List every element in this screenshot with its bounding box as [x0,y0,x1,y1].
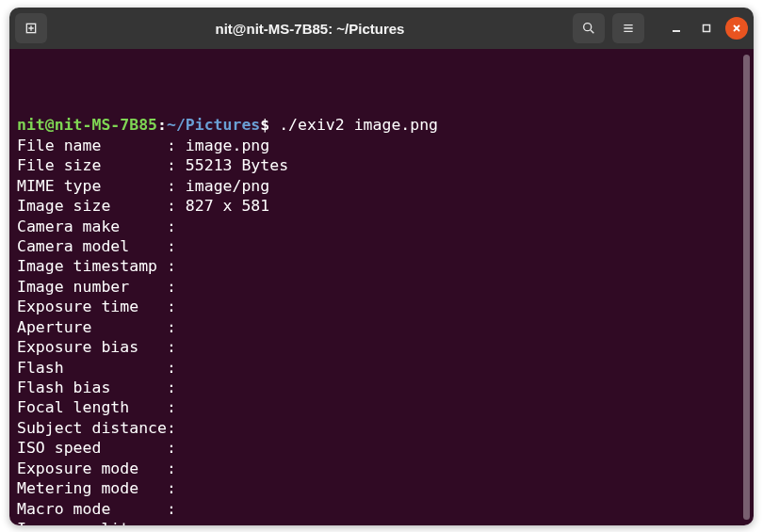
output-separator: : [167,298,186,315]
output-separator: : [167,520,186,525]
output-label: Flash [17,359,167,377]
output-value: 827 x 581 [186,197,269,215]
output-label: Subject distance [17,419,167,437]
window-title: nit@nit-MS-7B85: ~/Pictures [216,21,405,37]
output-separator: : [167,359,186,377]
output-line: Camera model : [17,236,754,256]
output-label: Image size [17,197,167,215]
output-label: Camera make [17,218,167,235]
output-line: Subject distance: [17,418,754,438]
output-line: Camera make : [17,217,754,236]
output-label: Exposure time [17,298,167,315]
output-label: Image quality [17,520,167,525]
close-button[interactable] [725,17,748,40]
output-label: Exposure bias [17,338,167,356]
output-label: Aperture [17,318,167,336]
output-separator: : [167,379,186,396]
output-line: Metering mode : [17,478,754,498]
output-label: MIME type [17,177,167,195]
svg-rect-9 [704,25,710,32]
maximize-icon [701,23,712,34]
output-separator: : [167,459,186,477]
svg-line-4 [591,30,593,33]
prompt-colon: : [157,116,167,134]
output-separator: : [167,257,186,275]
search-icon [581,21,596,36]
output-line: File name : image.png [17,136,754,155]
terminal-body[interactable]: nit@nit-MS-7B85:~/Pictures$ ./exiv2 imag… [9,49,754,525]
output-label: Image timestamp [17,257,167,275]
output-separator: : [167,500,186,518]
output-label: Metering mode [17,479,167,497]
output-line: File size : 55213 Bytes [17,155,754,175]
close-icon [731,23,742,34]
output-container: File name : image.pngFile size : 55213 B… [17,136,754,525]
output-label: File size [17,156,167,174]
output-separator: : [167,439,186,457]
output-separator: : [167,419,186,437]
prompt-symbol: $ [260,116,269,134]
output-label: Focal length [17,398,167,416]
output-line: Flash bias : [17,378,754,397]
minimize-button[interactable] [665,17,688,40]
output-line: ISO speed : [17,438,754,458]
output-label: Flash bias [17,379,167,396]
output-label: ISO speed [17,439,167,457]
output-label: Image number [17,278,167,296]
output-separator: : [167,398,186,416]
output-label: Camera model [17,237,167,255]
output-line: Aperture : [17,317,754,337]
prompt-user-host: nit@nit-MS-7B85 [17,116,157,134]
output-separator: : [167,137,186,154]
command-text: ./exiv2 image.png [279,116,438,134]
output-separator: : [167,177,186,195]
prompt-line: nit@nit-MS-7B85:~/Pictures$ ./exiv2 imag… [17,115,754,135]
output-line: Flash : [17,358,754,378]
scrollbar[interactable] [743,55,750,520]
output-line: Image number : [17,277,754,297]
output-line: Exposure mode : [17,459,754,478]
menu-button[interactable] [612,13,644,43]
svg-point-3 [584,24,592,31]
output-separator: : [167,156,186,174]
titlebar[interactable]: nit@nit-MS-7B85: ~/Pictures [9,8,754,49]
output-line: MIME type : image/png [17,176,754,196]
minimize-icon [671,23,682,34]
output-line: Focal length : [17,397,754,417]
output-value: 55213 Bytes [186,156,288,174]
output-separator: : [167,278,186,296]
prompt-path: ~/Pictures [167,116,260,134]
output-label: File name [17,137,167,154]
output-separator: : [167,338,186,356]
maximize-button[interactable] [695,17,718,40]
output-line: Macro mode : [17,499,754,519]
output-separator: : [167,218,186,235]
new-tab-icon [24,21,39,36]
output-line: Image quality : [17,519,754,525]
output-label: Macro mode [17,500,167,518]
output-value: image/png [186,177,269,195]
output-line: Image size : 827 x 581 [17,196,754,216]
output-separator: : [167,197,186,215]
output-line: Exposure bias : [17,337,754,357]
terminal-window: nit@nit-MS-7B85: ~/Pictures nit@nit-MS-7… [9,8,754,525]
search-button[interactable] [573,13,605,43]
output-separator: : [167,318,186,336]
output-label: Exposure mode [17,459,167,477]
output-line: Image timestamp : [17,256,754,276]
hamburger-icon [621,21,636,36]
new-tab-button[interactable] [15,13,47,43]
output-separator: : [167,237,186,255]
output-line: Exposure time : [17,297,754,316]
output-separator: : [167,479,186,497]
output-value: image.png [186,137,269,154]
